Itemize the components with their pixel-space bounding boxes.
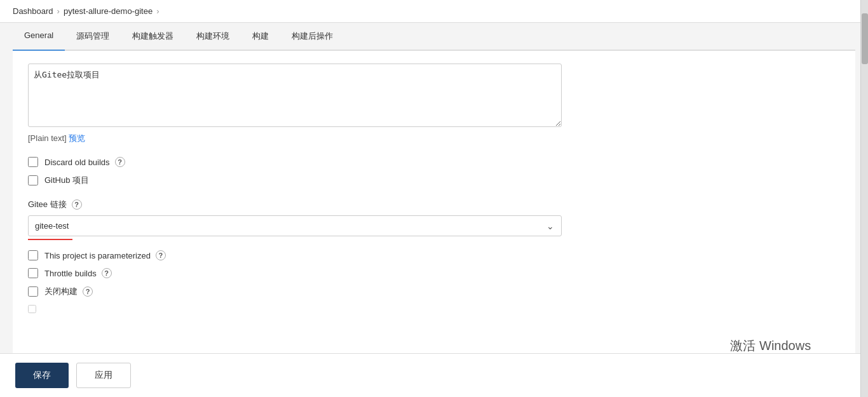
breadcrumb-dashboard[interactable]: Dashboard xyxy=(13,6,53,16)
partial-row xyxy=(28,305,840,313)
apply-button[interactable]: 应用 xyxy=(76,363,131,388)
parameterized-row: This project is parameterized ? xyxy=(28,250,840,260)
github-project-row: GitHub 项目 xyxy=(28,175,840,186)
breadcrumb: Dashboard › pytest-allure-demo-gitee › xyxy=(0,0,868,23)
throttle-builds-label[interactable]: Throttle builds xyxy=(44,269,97,278)
close-build-label[interactable]: 关闭构建 xyxy=(44,286,78,297)
plain-text-row: [Plain text] 预览 xyxy=(28,133,840,144)
discard-old-builds-row: Discard old builds ? xyxy=(28,157,840,167)
preview-link[interactable]: 预览 xyxy=(69,133,85,143)
breadcrumb-sep-2: › xyxy=(156,6,159,16)
tab-build-trigger[interactable]: 构建触发器 xyxy=(121,23,185,51)
main-content: General 源码管理 构建触发器 构建环境 构建 构建后操作 从Gitee拉… xyxy=(0,23,868,394)
gitee-link-field-label: Gitee 链接 ? xyxy=(28,199,840,210)
scrollbar[interactable] xyxy=(860,0,868,397)
plain-text-label: [Plain text] xyxy=(28,133,67,143)
throttle-builds-row: Throttle builds ? xyxy=(28,268,840,278)
tab-general[interactable]: General xyxy=(13,23,65,51)
discard-old-builds-label[interactable]: Discard old builds xyxy=(44,158,110,167)
throttle-builds-checkbox[interactable] xyxy=(28,268,38,278)
tab-post-build[interactable]: 构建后操作 xyxy=(280,23,344,51)
tab-build[interactable]: 构建 xyxy=(241,23,280,51)
breadcrumb-sep-1: › xyxy=(57,6,60,16)
discard-old-builds-checkbox[interactable] xyxy=(28,157,38,167)
form-actions: 保存 应用 xyxy=(0,353,860,397)
github-project-checkbox[interactable] xyxy=(28,175,38,185)
discard-old-builds-help-icon[interactable]: ? xyxy=(115,157,125,167)
parameterized-label[interactable]: This project is parameterized xyxy=(44,251,151,260)
save-button[interactable]: 保存 xyxy=(15,363,69,388)
close-build-help-icon[interactable]: ? xyxy=(83,286,93,297)
tab-source[interactable]: 源码管理 xyxy=(65,23,121,51)
gitee-select-wrapper: gitee-test ⌄ xyxy=(28,215,562,236)
tab-bar: General 源码管理 构建触发器 构建环境 构建 构建后操作 xyxy=(13,23,855,51)
close-build-checkbox[interactable] xyxy=(28,286,38,297)
gitee-underline xyxy=(28,239,72,240)
description-textarea[interactable]: 从Gitee拉取项目 xyxy=(28,64,562,127)
github-project-label[interactable]: GitHub 项目 xyxy=(44,175,89,186)
gitee-link-label-text: Gitee 链接 xyxy=(28,199,67,210)
form-container: 从Gitee拉取项目 [Plain text] 预览 Discard old b… xyxy=(13,51,855,367)
throttle-builds-help-icon[interactable]: ? xyxy=(102,268,112,278)
parameterized-checkbox[interactable] xyxy=(28,250,38,260)
gitee-link-help-icon[interactable]: ? xyxy=(72,199,82,210)
partial-checkbox[interactable] xyxy=(28,305,36,313)
close-build-row: 关闭构建 ? xyxy=(28,286,840,297)
breadcrumb-project[interactable]: pytest-allure-demo-gitee xyxy=(64,6,153,16)
tab-build-env[interactable]: 构建环境 xyxy=(185,23,241,51)
scrollbar-thumb[interactable] xyxy=(862,13,868,64)
gitee-select[interactable]: gitee-test xyxy=(28,215,562,236)
parameterized-help-icon[interactable]: ? xyxy=(156,250,166,260)
